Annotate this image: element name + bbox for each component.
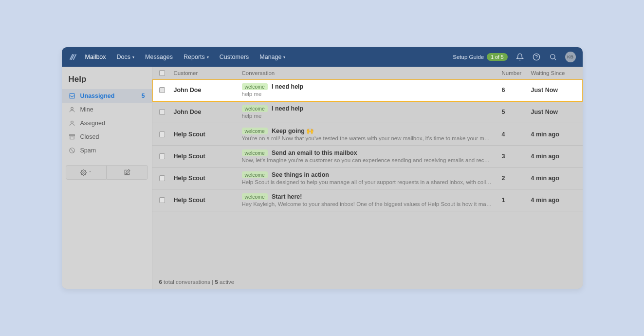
- sidebar: Help Unassigned 5 Mine Assigned Clos: [62, 67, 152, 289]
- chevron-down-icon: ▾: [132, 55, 134, 59]
- compose-button[interactable]: [107, 165, 148, 180]
- sidebar-list: Unassigned 5 Mine Assigned Closed: [62, 89, 152, 157]
- row-number: 1: [502, 197, 531, 204]
- nav-items: Mailbox Docs▾ Messages Reports▾ Customer…: [85, 54, 286, 60]
- row-conversation: welcomeSend an email to this mailboxNow,…: [242, 149, 502, 163]
- app-window: Mailbox Docs▾ Messages Reports▾ Customer…: [62, 47, 583, 289]
- search-icon[interactable]: [549, 53, 557, 61]
- row-checkbox[interactable]: [159, 87, 165, 93]
- chevron-down-icon: ▾: [283, 55, 285, 59]
- notifications-icon[interactable]: [515, 53, 524, 61]
- rows-container: John DoewelcomeI need helphelp me6Just N…: [152, 79, 583, 275]
- svg-rect-5: [70, 136, 74, 139]
- nav-label: Docs: [117, 54, 130, 60]
- nav-item-mailbox[interactable]: Mailbox: [85, 54, 106, 60]
- help-icon[interactable]: [532, 53, 541, 61]
- col-customer[interactable]: Customer: [174, 70, 242, 76]
- row-preview: Now, let's imagine you're a customer so …: [242, 157, 492, 163]
- nav-item-manage[interactable]: Manage▾: [259, 54, 285, 60]
- setup-progress-badge: 1 of 5: [487, 53, 507, 61]
- row-tag: welcome: [242, 105, 268, 112]
- row-waiting: 4 min ago: [531, 131, 574, 138]
- row-number: 4: [502, 131, 531, 138]
- sidebar-item-spam[interactable]: Spam: [62, 144, 152, 157]
- row-checkbox[interactable]: [159, 197, 165, 203]
- row-subject: Start here!: [272, 193, 302, 200]
- row-customer: Help Scout: [174, 153, 242, 160]
- row-checkbox[interactable]: [159, 153, 165, 159]
- gear-icon: [80, 169, 87, 176]
- row-customer: John Doe: [174, 109, 242, 115]
- row-conversation: welcomeI need helphelp me: [242, 83, 502, 97]
- sidebar-item-label: Unassigned: [80, 93, 115, 99]
- row-waiting: 4 min ago: [531, 197, 574, 204]
- col-waiting[interactable]: Waiting Since: [531, 70, 574, 76]
- row-customer: Help Scout: [174, 197, 242, 204]
- row-number: 6: [502, 87, 531, 93]
- row-tag: welcome: [242, 149, 268, 156]
- sidebar-title: Help: [62, 73, 152, 89]
- nav-right: Setup Guide 1 of 5 KB: [453, 52, 575, 62]
- sidebar-item-mine[interactable]: Mine: [62, 103, 152, 116]
- row-preview: You're on a roll! Now that you've tested…: [242, 135, 492, 141]
- row-customer: Help Scout: [174, 131, 242, 138]
- chevron-up-icon: ⌃: [89, 170, 92, 175]
- app-logo-icon: [69, 53, 77, 61]
- row-tag: welcome: [242, 171, 268, 178]
- conversation-row[interactable]: Help ScoutwelcomeKeep going 🙌You're on a…: [152, 123, 583, 146]
- col-number[interactable]: Number: [502, 70, 531, 76]
- row-subject: I need help: [272, 83, 303, 90]
- nav-label: Reports: [184, 54, 205, 60]
- chevron-down-icon: ▾: [207, 55, 209, 59]
- user-outline-icon: [69, 120, 75, 127]
- svg-point-2: [71, 107, 73, 110]
- sidebar-item-unassigned[interactable]: Unassigned 5: [62, 89, 152, 103]
- row-checkbox[interactable]: [159, 109, 165, 115]
- total-label: total conversations: [162, 279, 210, 285]
- main-panel: Customer Conversation Number Waiting Sin…: [152, 67, 583, 289]
- nav-item-docs[interactable]: Docs▾: [117, 54, 134, 60]
- row-subject: See things in action: [272, 171, 329, 178]
- row-waiting: Just Now: [531, 109, 574, 115]
- settings-button[interactable]: ⌃: [66, 165, 107, 180]
- separator: |: [210, 279, 215, 285]
- inbox-icon: [69, 93, 75, 99]
- row-waiting: Just Now: [531, 87, 574, 93]
- row-preview: help me: [242, 113, 492, 119]
- conversation-row[interactable]: Help ScoutwelcomeStart here!Hey Kayleigh…: [152, 189, 583, 211]
- col-conversation[interactable]: Conversation: [242, 70, 502, 76]
- avatar[interactable]: KB: [565, 52, 576, 62]
- nav-item-messages[interactable]: Messages: [145, 54, 173, 60]
- conversation-row[interactable]: John DoewelcomeI need helphelp me6Just N…: [152, 79, 583, 101]
- sidebar-item-label: Assigned: [80, 120, 105, 127]
- sidebar-item-count: 5: [142, 93, 145, 99]
- column-header: Customer Conversation Number Waiting Sin…: [152, 67, 583, 79]
- select-all-checkbox[interactable]: [159, 70, 165, 76]
- conversation-row[interactable]: Help ScoutwelcomeSee things in actionHel…: [152, 168, 583, 189]
- row-tag: welcome: [242, 128, 268, 134]
- row-checkbox[interactable]: [159, 175, 165, 181]
- row-conversation: welcomeI need helphelp me: [242, 105, 502, 119]
- row-tag: welcome: [242, 83, 268, 90]
- sidebar-footer: ⌃: [62, 165, 152, 180]
- nav-item-reports[interactable]: Reports▾: [184, 54, 209, 60]
- row-customer: Help Scout: [174, 175, 242, 182]
- row-conversation: welcomeKeep going 🙌You're on a roll! Now…: [242, 127, 502, 141]
- sidebar-item-assigned[interactable]: Assigned: [62, 116, 152, 130]
- body-area: Help Unassigned 5 Mine Assigned Clos: [62, 67, 583, 289]
- archive-icon: [69, 133, 75, 140]
- row-conversation: welcomeStart here!Hey Kayleigh, Welcome …: [242, 193, 502, 207]
- nav-item-customers[interactable]: Customers: [220, 54, 249, 60]
- sidebar-item-label: Mine: [80, 106, 93, 113]
- row-tag: welcome: [242, 193, 268, 200]
- row-number: 5: [502, 109, 531, 115]
- sidebar-item-label: Closed: [80, 133, 99, 140]
- conversation-row[interactable]: Help ScoutwelcomeSend an email to this m…: [152, 146, 583, 168]
- sidebar-item-label: Spam: [80, 147, 96, 154]
- row-checkbox[interactable]: [159, 131, 165, 137]
- setup-guide-link[interactable]: Setup Guide 1 of 5: [453, 53, 507, 61]
- user-icon: [69, 106, 75, 113]
- conversation-row[interactable]: John DoewelcomeI need helphelp me5Just N…: [152, 101, 583, 123]
- row-subject: Keep going 🙌: [272, 127, 314, 134]
- sidebar-item-closed[interactable]: Closed: [62, 130, 152, 144]
